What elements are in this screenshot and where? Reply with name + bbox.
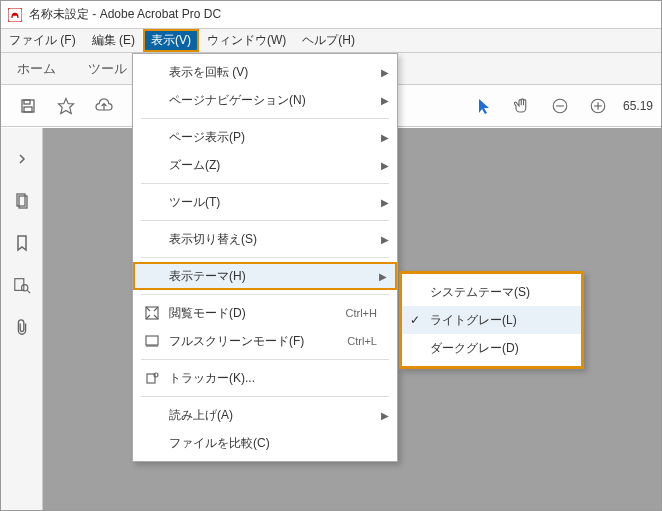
menu-tools[interactable]: ツール(T) ▶: [133, 188, 397, 216]
chevron-right-icon: ▶: [381, 410, 389, 421]
titlebar: 名称未設定 - Adobe Acrobat Pro DC: [1, 1, 661, 29]
view-menu-dropdown: 表示を回転 (V) ▶ ページナビゲーション(N) ▶ ページ表示(P) ▶ ズ…: [132, 53, 398, 462]
menu-separator: [141, 220, 389, 221]
menu-show-hide[interactable]: 表示切り替え(S) ▶: [133, 225, 397, 253]
menu-accelerator: Ctrl+H: [346, 307, 377, 319]
menu-item-label: 表示を回転 (V): [169, 64, 377, 81]
tab-home[interactable]: ホーム: [1, 53, 72, 84]
menu-file[interactable]: ファイル (F): [1, 29, 84, 52]
chevron-right-icon: ▶: [381, 132, 389, 143]
menu-accelerator: Ctrl+L: [347, 335, 377, 347]
menu-item-label: ファイルを比較(C): [169, 435, 377, 452]
menu-item-label: ツール(T): [169, 194, 377, 211]
menubar: ファイル (F) 編集 (E) 表示(V) ウィンドウ(W) ヘルプ(H): [1, 29, 661, 53]
menu-separator: [141, 359, 389, 360]
theme-system[interactable]: システムテーマ(S): [402, 278, 581, 306]
menu-reading-mode[interactable]: 閲覧モード(D) Ctrl+H: [133, 299, 397, 327]
menu-view[interactable]: 表示(V): [143, 29, 199, 52]
submenu-item-label: ライトグレー(L): [430, 312, 517, 329]
menu-edit[interactable]: 編集 (E): [84, 29, 143, 52]
menu-separator: [141, 396, 389, 397]
chevron-right-icon: ▶: [381, 95, 389, 106]
window-title: 名称未設定 - Adobe Acrobat Pro DC: [29, 6, 221, 23]
menu-separator: [141, 183, 389, 184]
menu-item-label: ページ表示(P): [169, 129, 377, 146]
star-button[interactable]: [51, 91, 81, 121]
menu-item-label: フルスクリーンモード(F): [169, 333, 347, 350]
menu-page-display[interactable]: ページ表示(P) ▶: [133, 123, 397, 151]
search-panel-icon[interactable]: [7, 270, 37, 300]
svg-rect-2: [24, 100, 30, 104]
menu-read-aloud[interactable]: 読み上げ(A) ▶: [133, 401, 397, 429]
menu-item-label: ズーム(Z): [169, 157, 377, 174]
chevron-toggle-icon[interactable]: [7, 144, 37, 174]
menu-item-label: ページナビゲーション(N): [169, 92, 377, 109]
menu-display-theme[interactable]: 表示テーマ(H) ▶: [133, 262, 397, 290]
menu-page-nav[interactable]: ページナビゲーション(N) ▶: [133, 86, 397, 114]
menu-zoom[interactable]: ズーム(Z) ▶: [133, 151, 397, 179]
chevron-right-icon: ▶: [381, 160, 389, 171]
reading-mode-icon: [143, 306, 161, 320]
zoom-in-button[interactable]: [583, 91, 613, 121]
chevron-right-icon: ▶: [381, 67, 389, 78]
menu-window[interactable]: ウィンドウ(W): [199, 29, 294, 52]
svg-rect-16: [146, 336, 158, 345]
fullscreen-icon: [143, 335, 161, 347]
display-theme-submenu: システムテーマ(S) ✓ ライトグレー(L) ダークグレー(D): [399, 271, 584, 369]
menu-separator: [141, 118, 389, 119]
svg-rect-12: [14, 279, 23, 291]
submenu-item-label: システムテーマ(S): [430, 284, 530, 301]
chevron-right-icon: ▶: [381, 197, 389, 208]
menu-item-label: トラッカー(K)...: [169, 370, 377, 387]
menu-rotate-view[interactable]: 表示を回転 (V) ▶: [133, 58, 397, 86]
menu-item-label: 読み上げ(A): [169, 407, 377, 424]
acrobat-icon: [7, 7, 23, 23]
cursor-tool[interactable]: [469, 91, 499, 121]
submenu-item-label: ダークグレー(D): [430, 340, 519, 357]
zoom-out-button[interactable]: [545, 91, 575, 121]
attachments-panel-icon[interactable]: [7, 312, 37, 342]
menu-item-label: 閲覧モード(D): [169, 305, 346, 322]
menu-item-label: 表示テーマ(H): [169, 268, 375, 285]
svg-rect-3: [24, 107, 32, 112]
menu-compare[interactable]: ファイルを比較(C): [133, 429, 397, 457]
menu-help[interactable]: ヘルプ(H): [294, 29, 363, 52]
menu-item-label: 表示切り替え(S): [169, 231, 377, 248]
cloud-button[interactable]: [89, 91, 119, 121]
menu-separator: [141, 294, 389, 295]
theme-dark-gray[interactable]: ダークグレー(D): [402, 334, 581, 362]
check-icon: ✓: [410, 313, 420, 327]
left-rail: [1, 128, 43, 510]
svg-marker-4: [59, 98, 74, 113]
pages-panel-icon[interactable]: [7, 186, 37, 216]
tracker-icon: [143, 371, 161, 385]
hand-tool[interactable]: [507, 91, 537, 121]
menu-separator: [141, 257, 389, 258]
chevron-right-icon: ▶: [379, 271, 387, 282]
svg-line-14: [27, 290, 30, 293]
svg-point-13: [21, 285, 27, 291]
save-button[interactable]: [13, 91, 43, 121]
chevron-right-icon: ▶: [381, 234, 389, 245]
bookmark-panel-icon[interactable]: [7, 228, 37, 258]
zoom-value[interactable]: 65.19: [623, 99, 653, 113]
menu-fullscreen[interactable]: フルスクリーンモード(F) Ctrl+L: [133, 327, 397, 355]
theme-light-gray[interactable]: ✓ ライトグレー(L): [402, 306, 581, 334]
menu-tracker[interactable]: トラッカー(K)...: [133, 364, 397, 392]
